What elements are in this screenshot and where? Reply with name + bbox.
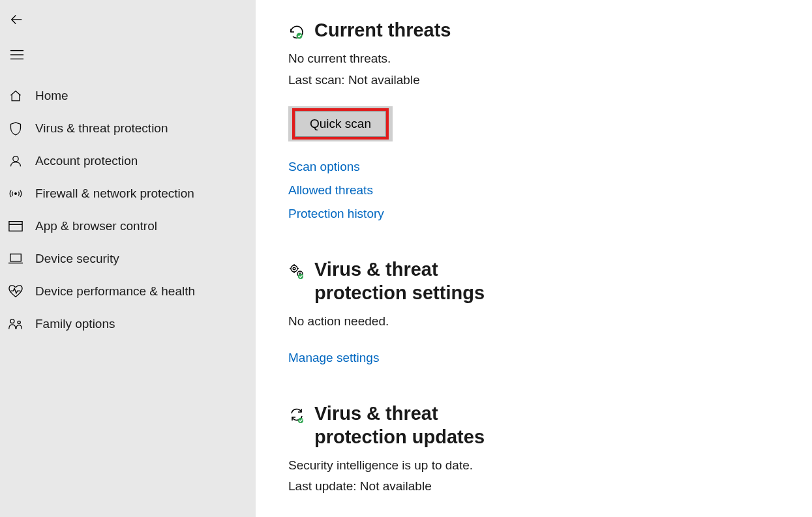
settings-status-text: No action needed.: [288, 311, 786, 332]
broadcast-icon: [5, 183, 26, 204]
sidebar-item-label: Device performance & health: [35, 284, 195, 299]
svg-point-5: [15, 193, 17, 195]
section-vtp-updates: Virus & threat protection updates Securi…: [288, 402, 786, 517]
home-icon: [5, 85, 26, 106]
sidebar-item-label: Device security: [35, 252, 119, 266]
svg-point-13: [291, 265, 297, 272]
nav-list: Home Virus & threat protection Acco: [0, 80, 256, 340]
hamburger-icon: [10, 49, 24, 61]
back-arrow-icon: [10, 12, 24, 27]
section-current-threats: Current threats No current threats. Last…: [288, 18, 786, 221]
sidebar-item-virus-threat[interactable]: Virus & threat protection: [0, 112, 256, 145]
protection-history-link[interactable]: Protection history: [288, 207, 786, 221]
sidebar-item-family-options[interactable]: Family options: [0, 308, 256, 340]
scan-history-icon: [288, 23, 307, 42]
gear-icon: [288, 263, 307, 281]
sidebar-item-label: Home: [35, 89, 68, 103]
section-title: Current threats: [314, 18, 451, 42]
svg-point-4: [13, 156, 18, 162]
sidebar-item-account-protection[interactable]: Account protection: [0, 145, 256, 177]
quick-scan-button[interactable]: Quick scan: [295, 111, 386, 137]
sidebar-item-performance-health[interactable]: Device performance & health: [0, 275, 256, 308]
svg-rect-6: [9, 222, 22, 231]
section-title: Virus & threat protection updates: [314, 402, 523, 449]
svg-point-14: [293, 267, 295, 270]
heart-pulse-icon: [5, 281, 26, 302]
back-button[interactable]: [4, 7, 30, 33]
sidebar-item-label: App & browser control: [35, 219, 157, 233]
family-icon: [5, 314, 26, 334]
shield-icon: [5, 118, 26, 139]
svg-point-10: [10, 319, 14, 323]
sidebar-item-device-security[interactable]: Device security: [0, 243, 256, 275]
sidebar-item-label: Firewall & network protection: [35, 186, 194, 201]
sidebar-item-label: Family options: [35, 317, 115, 331]
svg-point-11: [18, 321, 20, 323]
sidebar-item-home[interactable]: Home: [0, 80, 256, 112]
quick-scan-highlight: Quick scan: [292, 108, 389, 140]
last-scan-text: Last scan: Not available: [288, 70, 786, 91]
menu-button[interactable]: [4, 42, 30, 68]
threats-status-text: No current threats.: [288, 48, 786, 69]
manage-settings-link[interactable]: Manage settings: [288, 351, 786, 365]
refresh-icon: [288, 407, 307, 425]
sidebar-item-app-browser[interactable]: App & browser control: [0, 210, 256, 243]
updates-status-text: Security intelligence is up to date.: [288, 455, 786, 476]
sidebar-item-label: Virus & threat protection: [35, 121, 168, 136]
section-vtp-settings: Virus & threat protection settings No ac…: [288, 258, 786, 365]
laptop-icon: [5, 248, 26, 269]
section-title: Virus & threat protection settings: [314, 258, 523, 305]
sidebar: Home Virus & threat protection Acco: [0, 0, 256, 517]
svg-rect-8: [10, 254, 22, 261]
sidebar-item-label: Account protection: [35, 154, 138, 168]
app-window-icon: [5, 216, 26, 237]
scan-options-link[interactable]: Scan options: [288, 160, 786, 174]
person-icon: [5, 151, 26, 171]
sidebar-item-firewall[interactable]: Firewall & network protection: [0, 177, 256, 210]
main-content: Current threats No current threats. Last…: [256, 0, 812, 517]
quick-scan-wrapper: Quick scan: [288, 106, 393, 141]
allowed-threats-link[interactable]: Allowed threats: [288, 183, 786, 198]
last-update-text: Last update: Not available: [288, 476, 786, 497]
